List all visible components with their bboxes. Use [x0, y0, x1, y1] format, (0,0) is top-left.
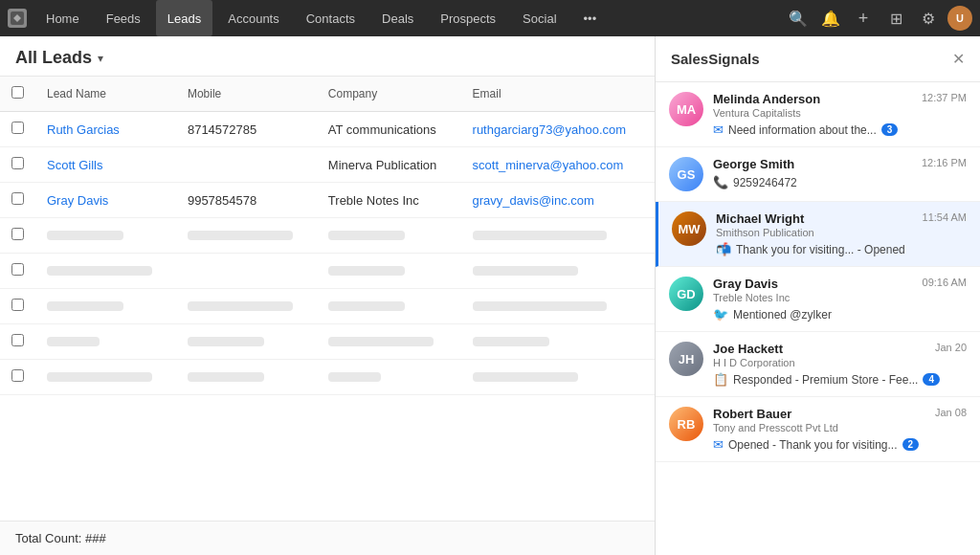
- lead-name-link[interactable]: Scott Gills: [47, 158, 103, 172]
- signal-top: Gray Davis 09:16 AM: [713, 277, 967, 291]
- phone-icon: 📞: [713, 175, 728, 189]
- signal-top: George Smith 12:16 PM: [713, 157, 967, 171]
- table-row-skeleton: [0, 254, 655, 289]
- nav-deals[interactable]: Deals: [370, 0, 425, 36]
- all-leads-title: All Leads: [15, 48, 92, 68]
- row-checkbox[interactable]: [11, 369, 24, 382]
- row-checkbox[interactable]: [11, 334, 24, 346]
- signal-item[interactable]: GS George Smith 12:16 PM 📞 9259246472: [656, 147, 980, 202]
- survey-icon: 📋: [713, 372, 728, 387]
- signal-badge: 2: [902, 438, 920, 451]
- row-lead-name: Ruth Garcias: [35, 112, 176, 147]
- signal-body: Melinda Anderson 12:37 PM Ventura Capita…: [713, 92, 967, 137]
- close-signals-button[interactable]: ✕: [952, 50, 965, 68]
- signal-item[interactable]: JH Joe Hackett Jan 20 H I D Corporation …: [656, 332, 980, 397]
- search-icon[interactable]: 🔍: [785, 5, 812, 32]
- skeleton-cell: [317, 254, 461, 289]
- lead-email-link[interactable]: gravy_davis@inc.com: [473, 193, 594, 208]
- mail-icon: ✉: [713, 122, 724, 137]
- row-email: ruthgarciarg73@yahoo.com: [461, 112, 655, 147]
- row-company: Treble Notes Inc: [317, 183, 461, 218]
- nav-prospects[interactable]: Prospects: [429, 0, 507, 36]
- row-checkbox[interactable]: [11, 192, 24, 205]
- signal-detail-text: 9259246472: [733, 176, 797, 189]
- signal-item[interactable]: RB Robert Bauer Jan 08 Tony and Presscot…: [656, 397, 980, 462]
- signal-detail: 📞 9259246472: [713, 175, 967, 189]
- signal-company: Ventura Capitalists: [713, 107, 967, 119]
- nav-home[interactable]: Home: [34, 0, 91, 36]
- row-checkbox[interactable]: [11, 299, 24, 311]
- row-checkbox[interactable]: [11, 122, 24, 134]
- row-mobile: 8714572785: [176, 112, 317, 147]
- signal-time: 09:16 AM: [923, 277, 967, 288]
- lead-name-link[interactable]: Ruth Garcias: [47, 122, 120, 137]
- signal-time: 11:54 AM: [923, 211, 967, 223]
- twitter-icon: 🐦: [713, 307, 728, 322]
- signal-body: Gray Davis 09:16 AM Treble Notes Inc 🐦 M…: [713, 277, 967, 322]
- table-row-skeleton: [0, 360, 655, 395]
- signal-body: Joe Hackett Jan 20 H I D Corporation 📋 R…: [713, 342, 967, 387]
- nav-contacts[interactable]: Contacts: [295, 0, 367, 36]
- skeleton-cell: [176, 289, 317, 324]
- signal-company: Tony and Presscott Pvt Ltd: [713, 422, 967, 433]
- row-company: Minerva Publication: [317, 147, 461, 183]
- nav-social[interactable]: Social: [511, 0, 568, 36]
- skeleton-cell: [317, 360, 461, 395]
- row-checkbox-cell: [0, 112, 35, 147]
- signal-name: George Smith: [713, 157, 794, 171]
- nav-more[interactable]: •••: [572, 0, 609, 36]
- signal-detail-text: Mentioned @zylker: [733, 308, 832, 322]
- signal-name: Michael Wright: [716, 211, 804, 226]
- signal-body: George Smith 12:16 PM 📞 9259246472: [713, 157, 967, 189]
- row-mobile: 9957854578: [176, 183, 317, 218]
- skeleton-cell: [317, 324, 461, 360]
- signal-avatar: RB: [669, 407, 703, 441]
- select-all-checkbox[interactable]: [11, 86, 24, 99]
- signal-name: Robert Bauer: [713, 407, 791, 421]
- bell-icon[interactable]: 🔔: [817, 5, 844, 32]
- nav-leads[interactable]: Leads: [156, 0, 212, 36]
- signal-time: 12:16 PM: [922, 157, 967, 168]
- skeleton-cell: [176, 360, 317, 395]
- skeleton-cell: [461, 324, 655, 360]
- leads-table-wrap: Lead Name Mobile Company Email Ruth Garc…: [0, 77, 655, 521]
- lead-name-link[interactable]: Gray Davis: [47, 193, 108, 208]
- table-row: Gray Davis 9957854578 Treble Notes Inc g…: [0, 183, 655, 218]
- lead-email-link[interactable]: scott_minerva@yahoo.com: [473, 158, 624, 172]
- add-icon[interactable]: +: [850, 5, 877, 32]
- signal-top: Melinda Anderson 12:37 PM: [713, 92, 967, 106]
- signal-avatar: JH: [669, 342, 703, 376]
- top-navigation: Home Feeds Leads Accounts Contacts Deals…: [0, 0, 980, 36]
- skeleton-cell: [176, 254, 317, 289]
- lead-email-link[interactable]: ruthgarciarg73@yahoo.com: [473, 122, 627, 137]
- row-company: AT communications: [317, 112, 461, 147]
- leads-panel: All Leads ▾ Lead Name Mobile Company Ema…: [0, 36, 655, 555]
- skeleton-cell: [35, 218, 176, 254]
- nav-feeds[interactable]: Feeds: [95, 0, 152, 36]
- all-leads-row: All Leads ▾: [15, 48, 639, 68]
- signal-item[interactable]: MA Melinda Anderson 12:37 PM Ventura Cap…: [656, 82, 980, 147]
- signal-item[interactable]: GD Gray Davis 09:16 AM Treble Notes Inc …: [656, 267, 980, 332]
- row-checkbox[interactable]: [11, 228, 24, 240]
- skeleton-cell: [461, 218, 655, 254]
- dropdown-arrow-icon[interactable]: ▾: [98, 52, 103, 65]
- signal-item[interactable]: MW Michael Wright 11:54 AM Smithson Publ…: [656, 202, 980, 267]
- col-email: Email: [461, 77, 655, 112]
- table-row-skeleton: [0, 218, 655, 254]
- row-checkbox[interactable]: [11, 157, 24, 169]
- skeleton-cell: [35, 254, 176, 289]
- signal-name: Gray Davis: [713, 277, 778, 291]
- settings-icon[interactable]: ⚙: [915, 5, 942, 32]
- row-checkbox[interactable]: [11, 263, 24, 276]
- signal-avatar: GS: [669, 157, 703, 191]
- mail-icon: ✉: [713, 437, 724, 452]
- nav-accounts[interactable]: Accounts: [216, 0, 290, 36]
- skeleton-cell: [461, 289, 655, 324]
- table-row: Scott Gills Minerva Publication scott_mi…: [0, 147, 655, 183]
- skeleton-cell: [461, 360, 655, 395]
- apps-icon[interactable]: ⊞: [882, 5, 909, 32]
- signals-header: SalesSignals ✕: [656, 36, 980, 82]
- app-logo: [8, 9, 27, 28]
- signal-top: Michael Wright 11:54 AM: [716, 211, 967, 226]
- user-avatar[interactable]: U: [947, 6, 972, 31]
